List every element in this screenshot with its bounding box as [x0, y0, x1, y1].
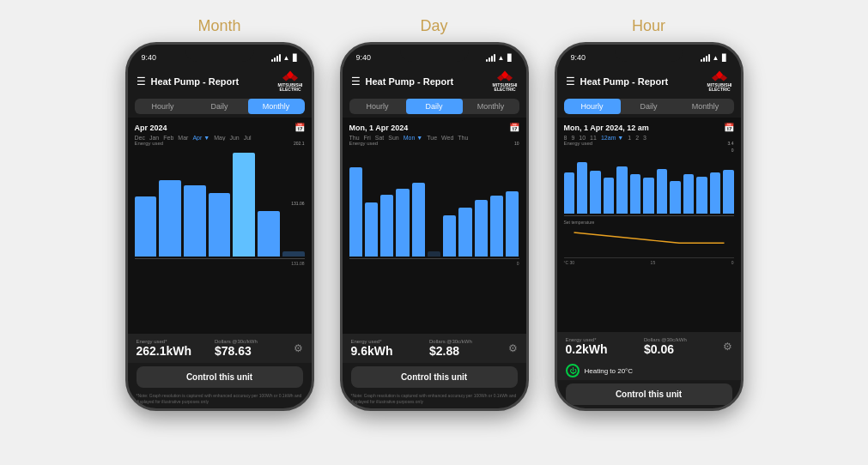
bar-chart-day [349, 148, 519, 259]
control-btn-hour[interactable]: Control this unit [566, 383, 732, 405]
bar-m-5[interactable] [233, 153, 255, 257]
y-zero-month: 131.08 [135, 261, 305, 266]
phone-notch-day [400, 45, 469, 62]
tab-hourly-day[interactable]: Hourly [349, 99, 406, 114]
line-label-hour: Set temperature [564, 220, 734, 225]
bar-h-13[interactable] [723, 170, 733, 214]
bar-d-10[interactable] [490, 196, 503, 257]
bar-h-3[interactable] [590, 171, 600, 214]
app-header-hour: ☰ Heat Pump - Report MITSUBISHIELECTRIC [557, 67, 741, 95]
h-11[interactable]: 11 [590, 135, 597, 141]
h-9[interactable]: 9 [571, 135, 574, 141]
m-may[interactable]: May [214, 135, 225, 141]
settings-icon-month[interactable]: ⚙ [294, 342, 303, 354]
bar-m-3[interactable] [184, 185, 206, 257]
tab-monthly-day[interactable]: Monthly [463, 99, 519, 114]
logo-svg-hour [712, 70, 727, 82]
bar-d-6[interactable] [428, 251, 440, 257]
calendar-icon-hour[interactable]: 📅 [724, 123, 734, 132]
bar-h-10[interactable] [683, 174, 694, 214]
stat-dollars-value-day: $2.88 [429, 344, 501, 358]
h-1[interactable]: 1 [628, 135, 631, 141]
bar-d-9[interactable] [475, 200, 488, 257]
y-max-hour: 3.4 [728, 141, 734, 146]
d-sun[interactable]: Sun [388, 135, 398, 141]
temp-zero: 0 [731, 260, 734, 265]
bar-h-6[interactable] [630, 174, 640, 214]
stats-bar-day: Energy used* 9.6kWh Dollars @30c/kWh $2.… [343, 334, 526, 363]
phone-notch-hour [615, 45, 683, 62]
time-day: 9:40 [356, 53, 372, 62]
battery-icon-hour: ▊ [722, 54, 727, 62]
temp-svg [564, 226, 734, 257]
m-jul[interactable]: Jul [244, 135, 252, 141]
h-10[interactable]: 10 [579, 135, 586, 141]
tab-daily-hour[interactable]: Daily [621, 99, 677, 114]
m-mar[interactable]: Mar [178, 135, 188, 141]
m-jun[interactable]: Jun [229, 135, 239, 141]
bar-d-1[interactable] [349, 167, 362, 257]
m-jan[interactable]: Jan [149, 135, 159, 141]
d-wed[interactable]: Wed [441, 135, 453, 141]
control-btn-day[interactable]: Control this unit [351, 366, 518, 388]
stat-energy-hour: Energy used* 0.2kWh [566, 337, 638, 356]
d-thu1[interactable]: Thu [349, 135, 360, 141]
bar-h-1[interactable] [564, 172, 574, 214]
bar-d-4[interactable] [396, 189, 409, 257]
tab-daily-month[interactable]: Daily [191, 99, 248, 114]
d-sat[interactable]: Sat [375, 135, 385, 141]
bar-m-2[interactable] [159, 180, 181, 257]
hamburger-month[interactable]: ☰ [137, 75, 146, 88]
d-mon[interactable]: Mon ▼ [404, 135, 423, 141]
control-btn-month[interactable]: Control this unit [137, 366, 303, 388]
m-feb[interactable]: Feb [163, 135, 173, 141]
h-12[interactable]: 12am ▼ [601, 135, 623, 141]
bar-h-12[interactable] [710, 172, 720, 214]
stat-dollars-hour: Dollars @30c/kWh $0.06 [644, 337, 716, 356]
bar-h-7[interactable] [643, 178, 653, 214]
tab-hourly-month[interactable]: Hourly [135, 99, 191, 114]
hamburger-day[interactable]: ☰ [351, 75, 361, 88]
tab-hourly-hour[interactable]: Hourly [564, 99, 621, 114]
m-apr[interactable]: Apr ▼ [192, 135, 209, 141]
footnote-day: *Note: Graph resolution is captured with… [343, 391, 526, 408]
bar-h-9[interactable] [670, 181, 680, 214]
calendar-icon-month[interactable]: 📅 [294, 123, 305, 132]
y-mid-label-month: 131.06 [291, 201, 304, 206]
tab-daily-day[interactable]: Daily [406, 99, 463, 114]
bar-d-5[interactable] [412, 183, 425, 257]
bar-d-2[interactable] [365, 202, 378, 257]
tab-monthly-hour[interactable]: Monthly [677, 99, 734, 114]
h-2[interactable]: 2 [635, 135, 639, 141]
h-3[interactable]: 3 [643, 135, 646, 141]
d-thu2[interactable]: Thu [458, 135, 468, 141]
bar-h-2[interactable] [577, 162, 587, 214]
bar-h-5[interactable] [616, 166, 627, 214]
bar-m-1[interactable] [135, 196, 157, 257]
m-dec[interactable]: Dec [135, 135, 145, 141]
bar-d-7[interactable] [443, 215, 456, 257]
bar-h-8[interactable] [657, 169, 667, 214]
settings-icon-hour[interactable]: ⚙ [723, 341, 732, 353]
temp-axis: °C 30 15 0 [564, 260, 734, 265]
d-tue[interactable]: Tue [427, 135, 437, 141]
month-section: Month 9:40 ▲ ▊ ☰ Heat Pump - Report [125, 17, 314, 411]
bar-d-8[interactable] [458, 208, 471, 257]
bar-m-6[interactable] [258, 211, 280, 257]
tab-monthly-month[interactable]: Monthly [248, 99, 305, 114]
bar-h-11[interactable] [696, 177, 707, 214]
bar-h-4[interactable] [604, 178, 614, 214]
signal-day [486, 54, 495, 62]
settings-icon-day[interactable]: ⚙ [508, 342, 518, 354]
h-8[interactable]: 8 [564, 135, 568, 141]
hamburger-hour[interactable]: ☰ [566, 75, 575, 88]
bar-m-4[interactable] [209, 193, 231, 257]
calendar-icon-day[interactable]: 📅 [509, 123, 519, 132]
chart-area-day: Mon, 1 Apr 2024 📅 Thu Fri Sat Sun Mon ▼ … [343, 118, 526, 334]
day-section: Day 9:40 ▲ ▊ ☰ Heat Pump - Report [340, 17, 529, 411]
bar-d-3[interactable] [380, 195, 393, 257]
power-btn-hour[interactable]: ⏻ [566, 364, 580, 377]
bar-d-11[interactable] [506, 191, 519, 257]
bar-m-7[interactable] [282, 251, 305, 257]
d-fri[interactable]: Fri [364, 135, 371, 141]
